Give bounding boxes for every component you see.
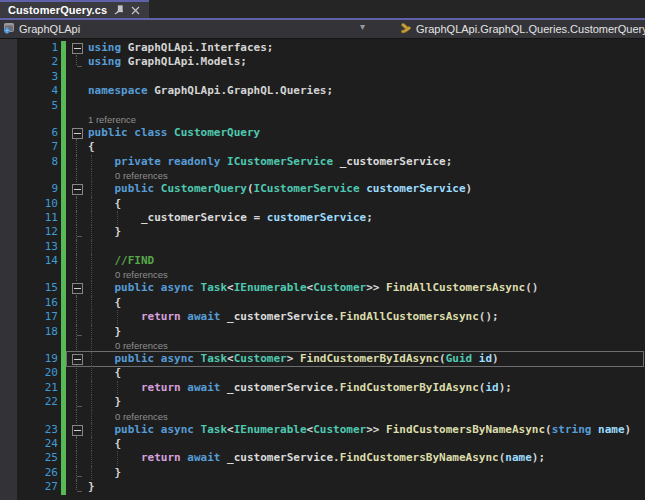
code-line[interactable]: 1using GraphQLApi.Interfaces; [0,41,645,55]
code-line[interactable]: 8 private readonly ICustomerService _cus… [0,155,645,169]
code-text[interactable]: public async Task<IEnumerable<Customer>>… [86,423,645,437]
code-text[interactable]: return await _customerService.FindAllCus… [86,310,645,324]
code-text[interactable]: namespace GraphQLApi.GraphQL.Queries; [86,84,645,98]
close-icon[interactable] [131,6,140,15]
code-text[interactable]: return await _customerService.FindCustom… [86,381,645,395]
code-line[interactable]: 23 public async Task<IEnumerable<Custome… [0,423,645,437]
line-number[interactable] [0,169,58,182]
code-text[interactable]: } [86,225,645,239]
line-number[interactable]: 4 [0,84,58,98]
code-line[interactable]: 7{ [0,140,645,154]
line-number[interactable]: 3 [0,70,58,84]
code-line[interactable]: 15 public async Task<IEnumerable<Custome… [0,281,645,295]
line-number[interactable] [0,268,58,281]
line-number[interactable]: 14 [0,254,58,268]
line-number[interactable]: 7 [0,140,58,154]
line-number[interactable]: 16 [0,296,58,310]
code-text[interactable] [86,240,645,254]
codelens-row[interactable]: 0 references [0,339,645,352]
line-number[interactable] [0,113,58,126]
line-number[interactable]: 1 [0,41,58,55]
collapse-toggle-icon[interactable] [72,283,83,294]
codelens-label[interactable]: 0 references [86,169,645,182]
line-number[interactable]: 15 [0,281,58,295]
codelens-row[interactable]: 0 references [0,410,645,423]
code-line[interactable]: 2using GraphQLApi.Models; [0,55,645,69]
line-number[interactable]: 11 [0,211,58,225]
code-line[interactable]: 21 return await _customerService.FindCus… [0,381,645,395]
line-number[interactable]: 17 [0,310,58,324]
tab-customerquery[interactable]: CustomerQuery.cs [0,0,149,18]
collapse-toggle-icon[interactable] [72,354,83,365]
collapse-toggle-icon[interactable] [72,425,83,436]
code-line[interactable]: 20 { [0,366,645,380]
code-text[interactable]: { [86,296,645,310]
code-text[interactable]: { [86,140,645,154]
member-dropdown[interactable]: GraphQLApi.GraphQL.Queries.CustomerQuery [400,23,645,36]
code-text[interactable] [86,70,645,84]
line-number[interactable]: 13 [0,240,58,254]
line-number[interactable]: 24 [0,437,58,451]
code-line[interactable]: 25 return await _customerService.FindCus… [0,451,645,465]
line-number[interactable]: 10 [0,197,58,211]
line-number[interactable]: 22 [0,395,58,409]
code-line[interactable]: 4namespace GraphQLApi.GraphQL.Queries; [0,84,645,98]
code-text[interactable]: } [86,480,645,494]
line-number[interactable] [0,410,58,423]
codelens-label[interactable]: 0 references [86,339,645,352]
code-line[interactable]: 12 } [0,225,645,239]
codelens-row[interactable]: 0 references [0,268,645,281]
code-line[interactable]: 26 } [0,466,645,480]
collapse-toggle-icon[interactable] [72,43,83,54]
code-line[interactable]: 9 public CustomerQuery(ICustomerService … [0,182,645,196]
line-number[interactable]: 6 [0,126,58,140]
code-line[interactable]: 22 } [0,395,645,409]
line-number[interactable]: 18 [0,325,58,339]
code-line[interactable]: 19 public async Task<Customer> FindCusto… [0,352,645,366]
code-line[interactable]: 16 { [0,296,645,310]
code-text[interactable]: { [86,197,645,211]
codelens-row[interactable]: 1 reference [0,113,645,126]
code-text[interactable]: public CustomerQuery(ICustomerService cu… [86,182,645,196]
code-text[interactable]: //FIND [86,254,645,268]
codelens-label[interactable]: 0 references [86,410,645,423]
code-text[interactable]: return await _customerService.FindCustom… [86,451,645,465]
line-number[interactable]: 9 [0,182,58,196]
line-number[interactable]: 2 [0,55,58,69]
line-number[interactable]: 21 [0,381,58,395]
code-text[interactable]: public class CustomerQuery [86,126,645,140]
code-line[interactable]: 13 [0,240,645,254]
line-number[interactable]: 5 [0,99,58,113]
line-number[interactable]: 25 [0,451,58,465]
line-number[interactable]: 26 [0,466,58,480]
codelens-label[interactable]: 0 references [86,268,645,281]
code-text[interactable] [86,99,645,113]
collapse-toggle-icon[interactable] [72,184,83,195]
chevron-down-icon[interactable]: ▾ [360,21,365,32]
collapse-toggle-icon[interactable] [72,128,83,139]
pin-icon[interactable] [114,5,124,15]
line-number[interactable]: 19 [0,352,58,366]
code-text[interactable]: { [86,366,645,380]
line-number[interactable]: 12 [0,225,58,239]
code-line[interactable]: 17 return await _customerService.FindAll… [0,310,645,324]
line-number[interactable]: 23 [0,423,58,437]
code-text[interactable]: } [86,325,645,339]
line-number[interactable]: 8 [0,155,58,169]
code-text[interactable]: } [86,395,645,409]
project-dropdown[interactable]: GraphQLApi [0,22,80,36]
code-text[interactable]: public async Task<IEnumerable<Customer>>… [86,281,645,295]
line-number[interactable] [0,339,58,352]
code-text[interactable]: private readonly ICustomerService _custo… [86,155,645,169]
code-line[interactable]: 18 } [0,325,645,339]
code-line[interactable]: 3 [0,70,645,84]
code-text[interactable]: { [86,437,645,451]
code-line[interactable]: 27} [0,480,645,494]
code-text[interactable]: using GraphQLApi.Interfaces; [86,41,645,55]
code-text[interactable]: } [86,466,645,480]
codelens-row[interactable]: 0 references [0,169,645,182]
code-text[interactable]: _customerService = customerService; [86,211,645,225]
code-line[interactable]: 14 //FIND [0,254,645,268]
code-text[interactable]: public async Task<Customer> FindCustomer… [86,352,645,366]
code-text[interactable]: using GraphQLApi.Models; [86,55,645,69]
